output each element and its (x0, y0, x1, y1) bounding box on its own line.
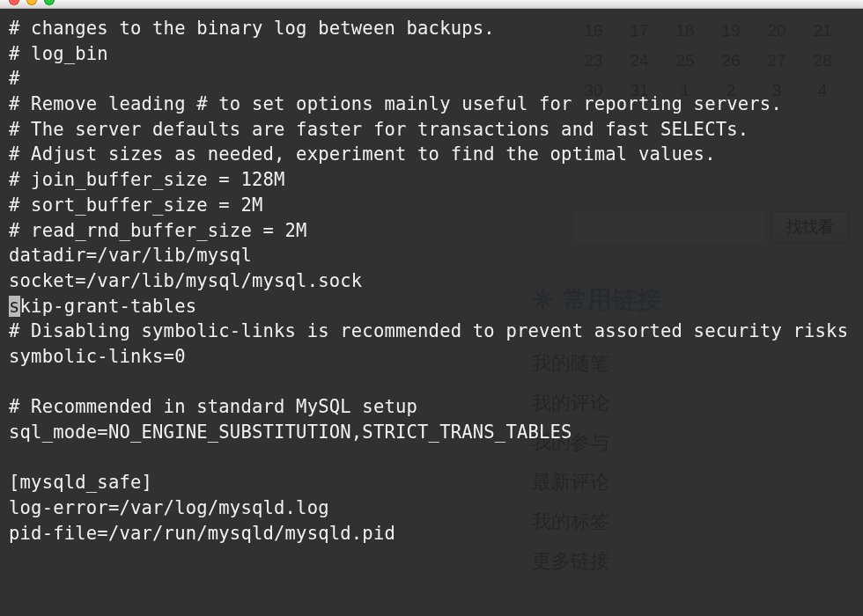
config-line: symbolic-links=0 (9, 346, 186, 367)
config-line: # read_rnd_buffer_size = 2M (9, 220, 307, 241)
config-line: # (9, 68, 20, 89)
config-line: # Adjust sizes as needed, experiment to … (9, 143, 716, 165)
config-line: socket=/var/lib/mysql/mysql.sock (9, 270, 362, 291)
config-line-highlighted: skip-grant-tables (9, 296, 196, 317)
config-line: log-error=/var/log/mysqld.log (9, 497, 329, 518)
traffic-lights (9, 0, 55, 5)
cursor-selection: s (9, 296, 20, 317)
config-line: # log_bin (9, 43, 108, 64)
config-line: # Remove leading # to set options mainly… (9, 93, 782, 114)
close-icon[interactable] (9, 0, 19, 5)
zoom-icon[interactable] (44, 0, 55, 5)
config-line-rest: kip-grant-tables (20, 296, 197, 317)
window-titlebar (0, 0, 863, 9)
config-line: pid-file=/var/run/mysqld/mysqld.pid (9, 523, 395, 544)
config-line: [mysqld_safe] (9, 472, 152, 493)
config-line: # join_buffer_size = 128M (9, 169, 285, 190)
config-line: # Disabling symbolic-links is recommende… (9, 320, 848, 341)
config-line: # Recommended in standard MySQL setup (9, 396, 417, 417)
terminal-window[interactable]: # changes to the binary log between back… (0, 9, 863, 616)
config-line: # sort_buffer_size = 2M (9, 194, 262, 216)
minimize-icon[interactable] (26, 0, 37, 5)
config-line: # changes to the binary log between back… (9, 18, 495, 39)
config-line: datadir=/var/lib/mysql (9, 245, 252, 266)
config-line: # The server defaults are faster for tra… (9, 119, 749, 140)
config-line: sql_mode=NO_ENGINE_SUBSTITUTION,STRICT_T… (9, 422, 583, 443)
